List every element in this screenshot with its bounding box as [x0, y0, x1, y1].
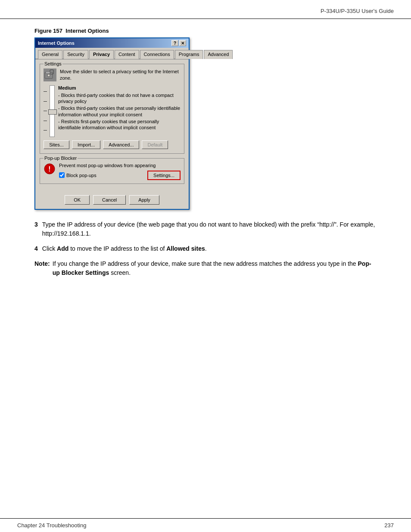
popup-settings-button[interactable]: Settings...: [147, 171, 181, 180]
settings-description-row: Move the slider to select a privacy sett…: [44, 68, 181, 82]
privacy-level: Medium: [58, 85, 181, 90]
privacy-icon: [44, 68, 56, 81]
page-footer: Chapter 24 Troubleshooting 237: [0, 518, 411, 532]
page-header: P-334U/P-335U User's Guide: [0, 0, 411, 19]
dialog-footer: OK Cancel Apply: [35, 193, 189, 209]
note-text: If you change the IP address of your dev…: [53, 259, 377, 277]
settings-group-label: Settings: [44, 61, 62, 66]
ok-button[interactable]: OK: [65, 195, 90, 205]
footer-page: 237: [384, 522, 394, 529]
content-area: Figure 157 Internet Options Internet Opt…: [0, 23, 411, 303]
tick-lines: [44, 85, 47, 137]
tab-connections[interactable]: Connections: [140, 50, 174, 59]
cancel-button[interactable]: Cancel: [93, 195, 126, 205]
block-popups-checkbox[interactable]: [59, 172, 65, 178]
popup-text-area: Prevent most pop-up windows from appeari…: [59, 163, 181, 180]
sites-button[interactable]: Sites...: [44, 140, 69, 149]
tab-programs[interactable]: Programs: [175, 50, 203, 59]
figure-label: Figure 157 Internet Options: [34, 28, 377, 34]
privacy-item-3: - Restricts first-party cookies that use…: [58, 118, 181, 131]
step-3-number: 3: [34, 220, 38, 238]
settings-description-text: Move the slider to select a privacy sett…: [60, 68, 181, 82]
advanced-button[interactable]: Advanced...: [103, 140, 139, 149]
dialog-body: Settings Move the slider to select a pri…: [35, 59, 189, 193]
dialog-title: Internet Options: [38, 40, 75, 46]
tick-1: [44, 91, 47, 92]
slider-wrapper: Medium - Blocks third-party cookies that…: [44, 85, 181, 137]
default-button[interactable]: Default: [142, 140, 168, 149]
block-popups-checkbox-row: Block pop-ups: [59, 172, 97, 178]
settings-group: Settings Move the slider to select a pri…: [40, 64, 184, 154]
dialog-titlebar: Internet Options ? ✕: [35, 38, 189, 48]
block-popups-label: Block pop-ups: [66, 173, 97, 178]
internet-options-dialog: Internet Options ? ✕ General Security Pr…: [34, 37, 190, 210]
slider-thumb[interactable]: [48, 109, 57, 115]
step-3-text: Type the IP address of your device (the …: [42, 220, 377, 238]
popup-content: ! Prevent most pop-up windows from appea…: [44, 163, 181, 180]
tick-3: [44, 111, 47, 111]
tick-2: [44, 101, 47, 102]
footer-chapter: Chapter 24 Troubleshooting: [17, 522, 86, 529]
settings-action-buttons: Sites... Import... Advanced... Default: [44, 140, 181, 149]
slider-track[interactable]: [50, 85, 55, 137]
popup-settings-row: Block pop-ups Settings...: [59, 171, 181, 180]
popup-description: Prevent most pop-up windows from appeari…: [59, 163, 181, 168]
import-button[interactable]: Import...: [72, 140, 100, 149]
svg-rect-3: [46, 72, 50, 74]
tab-general[interactable]: General: [38, 50, 62, 59]
popup-blocker-group: Pop-up Blocker ! Prevent most pop-up win…: [40, 158, 184, 184]
dialog-tabs: General Security Privacy Content Connect…: [35, 48, 189, 59]
tick-4: [44, 121, 47, 121]
popup-icon: !: [44, 163, 56, 175]
close-button[interactable]: ✕: [179, 40, 186, 46]
tab-content[interactable]: Content: [115, 50, 139, 59]
header-title: P-334U/P-335U User's Guide: [321, 8, 394, 14]
note-label: Note:: [34, 259, 50, 277]
tick-5: [44, 130, 47, 131]
step-4-text: Click Add to move the IP address to the …: [42, 244, 377, 253]
help-button[interactable]: ?: [171, 40, 178, 46]
note-block: Note: If you change the IP address of yo…: [34, 259, 377, 277]
svg-point-1: [47, 74, 50, 77]
svg-text:!: !: [48, 165, 50, 173]
popup-blocker-label: Pop-up Blocker: [44, 156, 78, 161]
slider-labels: Medium - Blocks third-party cookies that…: [58, 85, 181, 137]
privacy-item-1: - Blocks third-party cookies that do not…: [58, 92, 181, 105]
tab-privacy[interactable]: Privacy: [89, 50, 114, 59]
step-4: 4 Click Add to move the IP address to th…: [34, 244, 377, 253]
apply-button[interactable]: Apply: [129, 195, 159, 205]
privacy-item-2: - Blocks third-party cookies that use pe…: [58, 105, 181, 118]
step-3: 3 Type the IP address of your device (th…: [34, 220, 377, 238]
tab-security[interactable]: Security: [63, 50, 88, 59]
step-4-number: 4: [34, 244, 38, 253]
titlebar-buttons: ? ✕: [171, 40, 186, 46]
tab-advanced[interactable]: Advanced: [204, 50, 233, 59]
